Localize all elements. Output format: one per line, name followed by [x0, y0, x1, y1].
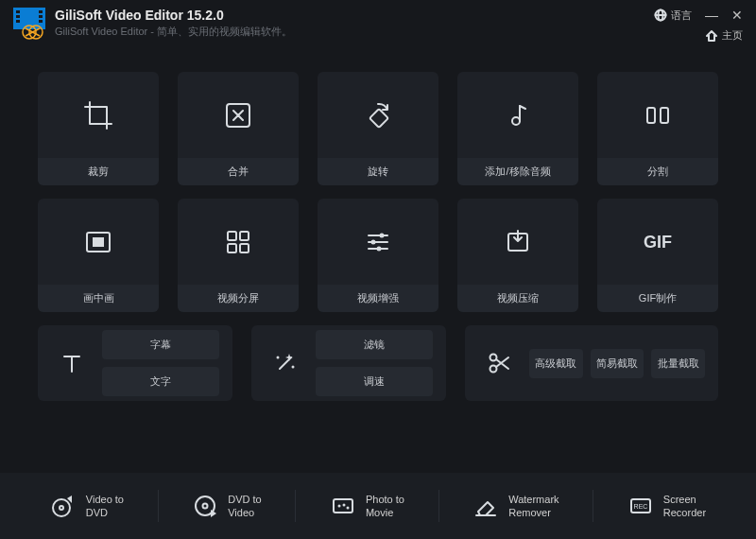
filter-button[interactable]: 滤镜: [316, 330, 433, 359]
video-split-tile[interactable]: 视频分屏: [178, 199, 299, 312]
title-right: 语言 — ✕ 主页: [654, 8, 743, 43]
svg-rect-15: [369, 109, 388, 128]
svg-rect-24: [240, 244, 249, 252]
film-icon: [330, 493, 356, 519]
crop-tile[interactable]: 裁剪: [38, 72, 159, 185]
enhance-label: 视频增强: [318, 285, 438, 312]
svg-rect-18: [661, 108, 668, 123]
merge-tile[interactable]: 合并: [178, 72, 299, 185]
subtitle-button[interactable]: 字幕: [102, 330, 219, 359]
merge-icon: [221, 72, 255, 158]
screen-recorder-button[interactable]: REC Screen Recorder: [618, 487, 715, 526]
pip-icon: [81, 199, 115, 285]
svg-point-26: [380, 233, 385, 237]
close-button[interactable]: ✕: [731, 8, 743, 23]
cut-tile[interactable]: 高级截取 简易截取 批量截取: [465, 325, 718, 401]
audio-label: 添加/移除音频: [457, 158, 578, 185]
titlebar: GiliSoft Video Editor 15.2.0 GiliSoft Vi…: [0, 0, 756, 53]
svg-rect-6: [39, 20, 43, 23]
watermark-remover-label: Watermark Remover: [508, 493, 558, 520]
compress-icon: [501, 199, 535, 285]
svg-point-28: [371, 239, 376, 244]
watermark-remover-button[interactable]: Watermark Remover: [463, 487, 568, 526]
disc-icon: [50, 493, 77, 519]
svg-rect-17: [647, 108, 655, 123]
enhance-tile[interactable]: 视频增强: [318, 199, 438, 312]
compress-tile[interactable]: 视频压缩: [457, 199, 578, 312]
pip-label: 画中画: [38, 285, 159, 312]
photo-to-movie-button[interactable]: Photo to Movie: [320, 487, 414, 526]
svg-rect-2: [16, 15, 20, 18]
minimize-button[interactable]: —: [705, 8, 718, 23]
text-icon: [51, 348, 93, 378]
svg-rect-20: [93, 237, 104, 247]
gif-label: GIF制作: [597, 285, 718, 312]
advanced-cut-button[interactable]: 高级截取: [529, 349, 583, 378]
adjust-button[interactable]: 调速: [316, 367, 433, 396]
video-to-dvd-button[interactable]: Video to DVD: [41, 487, 133, 526]
batch-cut-button[interactable]: 批量截取: [651, 349, 705, 378]
merge-label: 合并: [178, 158, 299, 185]
rotate-icon: [361, 72, 395, 158]
title-text: GiliSoft Video Editor 15.2.0 GiliSoft Vi…: [55, 8, 654, 39]
split-icon: [641, 72, 675, 158]
svg-rect-3: [16, 20, 20, 23]
home-label: 主页: [722, 28, 743, 43]
svg-rect-22: [240, 232, 249, 240]
eraser-icon: [472, 493, 499, 519]
wand-icon: [265, 348, 306, 378]
footer: Video to DVD DVD to Video Photo to Movie…: [0, 473, 756, 539]
simple-cut-button[interactable]: 简易截取: [591, 349, 644, 378]
svg-text:GIF: GIF: [644, 233, 672, 252]
app-title: GiliSoft Video Editor 15.2.0: [55, 8, 654, 23]
separator: [295, 490, 296, 522]
scissors-icon: [478, 348, 520, 378]
text-tile[interactable]: 字幕 文字: [38, 325, 232, 401]
crop-icon: [81, 72, 115, 158]
svg-point-38: [60, 506, 63, 510]
pip-tile[interactable]: 画中画: [38, 199, 159, 312]
crop-label: 裁剪: [38, 158, 159, 185]
music-note-icon: [501, 72, 535, 158]
svg-point-37: [53, 499, 70, 516]
gif-tile[interactable]: GIF GIF制作: [597, 199, 718, 312]
svg-point-43: [342, 504, 345, 507]
sliders-icon: [361, 199, 395, 285]
svg-point-40: [203, 504, 208, 509]
wide-row: 字幕 文字 滤镜 调速 高级截取 简易截取 批量截取: [0, 325, 756, 401]
gif-icon: GIF: [636, 199, 679, 285]
svg-point-42: [337, 505, 340, 508]
rec-icon: REC: [627, 493, 654, 519]
language-button[interactable]: 语言: [654, 9, 692, 23]
separator: [158, 490, 159, 522]
dvd-to-video-button[interactable]: DVD to Video: [182, 487, 270, 526]
split-label: 分割: [597, 158, 718, 185]
video-split-label: 视频分屏: [178, 285, 299, 312]
svg-rect-5: [39, 15, 43, 18]
dvd-to-video-label: DVD to Video: [228, 493, 261, 520]
svg-point-44: [346, 507, 349, 510]
separator: [438, 490, 439, 522]
language-label: 语言: [671, 9, 692, 23]
separator: [593, 490, 593, 522]
audio-tile[interactable]: 添加/移除音频: [457, 72, 578, 185]
compress-label: 视频压缩: [457, 285, 578, 312]
svg-rect-21: [228, 232, 236, 240]
svg-rect-1: [16, 10, 20, 13]
disc-play-icon: [192, 493, 218, 519]
screen-recorder-label: Screen Recorder: [663, 493, 706, 520]
svg-rect-4: [39, 10, 43, 13]
tools-grid: 裁剪 合并 旋转 添加/移除音频 分割 画中画 视频分屏: [0, 53, 756, 312]
split-tile[interactable]: 分割: [597, 72, 718, 185]
svg-point-33: [277, 356, 280, 359]
app-icon: [13, 8, 45, 40]
effect-tile[interactable]: 滤镜 调速: [251, 325, 446, 401]
svg-point-34: [292, 366, 295, 369]
rotate-tile[interactable]: 旋转: [318, 72, 438, 185]
rotate-label: 旋转: [318, 158, 438, 185]
svg-text:REC: REC: [633, 503, 647, 510]
svg-point-16: [512, 117, 520, 125]
svg-rect-23: [228, 244, 236, 252]
text-button[interactable]: 文字: [102, 367, 219, 396]
home-button[interactable]: 主页: [705, 28, 743, 43]
